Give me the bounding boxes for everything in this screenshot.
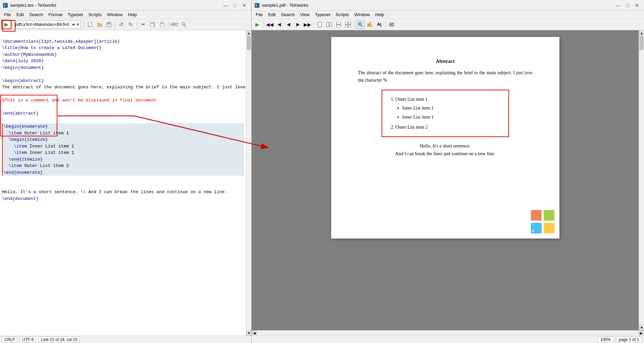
pdf-content-area[interactable]: Abstract The abstract of the document go… [252,30,639,330]
menu-typeset-left[interactable]: Typeset [65,11,86,18]
line-blank2 [2,91,5,96]
single-page-icon [317,22,322,27]
left-toolbar: ▶ pdfLaTeX+MakeIndex+BibTeX ▼ [0,19,251,30]
scroll-thumb-area[interactable] [246,36,251,330]
save-file-icon [106,22,112,27]
line-documentclass: \documentclass[11pt,twoside,a4paper]{art… [2,39,120,44]
menu-scripts-right[interactable]: Scripts [333,11,352,18]
svg-rect-17 [337,22,341,24]
open-file-button[interactable] [95,20,104,29]
cut-button[interactable]: ✂ [139,20,148,29]
cursor-position-indicator: Line 21 of 24; col 15 [39,337,80,343]
left-editor-scrollbar[interactable]: ▲ ▼ [246,30,251,336]
line-blank4 [2,118,5,123]
pdf-list-annotation-box: Outer List item 1 Inner List item 1 Inne… [382,90,509,137]
menu-scripts-left[interactable]: Scripts [86,11,104,18]
run-button[interactable]: ▶ [1,20,11,29]
menu-window-right[interactable]: Window [352,11,373,18]
hscroll-track[interactable] [257,331,639,336]
editor-content[interactable]: \documentclass[11pt,twoside,a4paper]{art… [0,30,246,210]
spell-check-button[interactable]: ABC [170,20,179,29]
left-window: T sample1.tex - TeXworks — □ ✕ File Edit… [0,0,252,343]
open-file-icon [97,22,102,27]
pdf-settings-button[interactable] [387,20,396,29]
continuous-icon [336,22,341,27]
hscroll-right-arrow[interactable]: ▶ [639,331,644,336]
svg-rect-34 [544,210,554,221]
pdf-continuous-page[interactable] [334,20,343,29]
line-begin-doc: \begin{document} [2,65,44,70]
menu-typeset-right[interactable]: Typeset [312,11,333,18]
menu-search-left[interactable]: Search [27,11,46,18]
paste-button[interactable] [158,20,166,29]
svg-rect-36 [544,223,554,233]
copy-button[interactable] [148,20,157,29]
pdf-toolbar: ▶ ◀◀ ◀ ◀ ▶ ▶▶ [252,19,644,30]
pdf-scroll-up[interactable]: ▲ [639,30,644,36]
menu-search-right[interactable]: Search [278,11,297,18]
pdf-inner-list: Inner List item 1 Inner List item 1 [402,104,500,121]
pdf-hscroll-bar[interactable]: ◀ ▶ [252,330,644,336]
pdf-scrollbar[interactable]: ▲ ▼ [639,30,644,330]
compiler-dropdown[interactable]: pdfLaTeX+MakeIndex+BibTeX [12,22,76,27]
left-title-left: T sample1.tex - TeXworks [3,3,56,8]
menu-window-left[interactable]: Window [104,11,125,18]
editor-main[interactable]: \documentclass[11pt,twoside,a4paper]{art… [0,30,246,336]
pdf-hand-tool[interactable]: ✍ [365,20,374,29]
scroll-down-arrow[interactable]: ▼ [246,330,251,336]
maximize-button-right[interactable]: □ [623,2,632,9]
compiler-selector[interactable]: pdfLaTeX+MakeIndex+BibTeX ▼ [12,20,81,29]
scroll-up-arrow[interactable]: ▲ [246,30,251,36]
menu-edit-left[interactable]: Edit [14,11,27,18]
new-file-button[interactable] [86,20,95,29]
pdf-select-tool[interactable]: A| [375,20,384,29]
right-window-title: sample1.pdf - TeXworks [262,3,308,8]
menu-edit-right[interactable]: Edit [265,11,278,18]
menu-file-right[interactable]: File [253,11,265,18]
menu-file-left[interactable]: File [1,11,14,18]
save-file-button[interactable] [105,20,113,29]
pdf-run-button[interactable]: ▶ [253,20,262,29]
line-title: \title{How to create a LaTeX Document} [2,45,101,50]
pdf-single-page[interactable] [315,20,324,29]
close-button-right[interactable]: ✕ [633,2,641,9]
pdf-double-page[interactable] [325,20,334,29]
pdf-closing-text: Hello, It's a short sentence. And I can … [358,142,533,158]
undo-button[interactable]: ↺ [117,20,126,29]
menu-format-left[interactable]: Format [46,11,65,18]
pdf-continuous-double[interactable] [344,20,352,29]
minimize-button-left[interactable]: — [221,2,230,9]
right-menu-bar: File Edit Search View Typeset Scripts Wi… [252,11,644,19]
pdf-outer-list: Outer List item 1 Inner List item 1 Inne… [396,96,500,131]
line-ending-indicator: CRLF [2,337,17,343]
maximize-button-left[interactable]: □ [231,2,239,9]
menu-view-right[interactable]: View [298,11,312,18]
pdf-prev-page-far[interactable]: ◀ [275,20,284,29]
pdf-next-page[interactable]: ▶ [294,20,302,29]
svg-rect-20 [348,22,351,24]
find-button[interactable] [180,20,188,29]
pdf-inner-item-1: Inner List item 1 [402,104,500,112]
zoom-icon [358,22,363,27]
pdf-scroll-thumb[interactable] [640,36,643,50]
line-hello: Hello, It's a short sentence. \\ And I c… [2,189,227,195]
menu-help-right[interactable]: Help [373,11,387,18]
editor-outer: \documentclass[11pt,twoside,a4paper]{art… [0,30,251,336]
pdf-zoom-indicator: 100% [597,337,614,343]
menu-help-left[interactable]: Help [125,11,140,18]
scroll-thumb[interactable] [247,36,251,50]
pdf-first-page[interactable]: ◀◀ [265,20,274,29]
svg-text:T: T [4,4,6,7]
svg-rect-7 [151,23,154,27]
redo-button[interactable]: ↻ [127,20,135,29]
pdf-last-page[interactable]: ▶▶ [303,20,312,29]
pdf-scroll-down[interactable]: ▼ [639,325,644,330]
left-window-title: sample1.tex - TeXworks [10,3,56,8]
pdf-zoom-button[interactable] [356,20,365,29]
close-button-left[interactable]: ✕ [240,2,249,9]
svg-point-30 [390,23,391,24]
pdf-scroll-thumb-area[interactable] [639,36,644,325]
pdf-prev-page[interactable]: ◀ [284,20,293,29]
hscroll-left-arrow[interactable]: ◀ [252,331,257,336]
minimize-button-right[interactable]: — [614,2,623,9]
